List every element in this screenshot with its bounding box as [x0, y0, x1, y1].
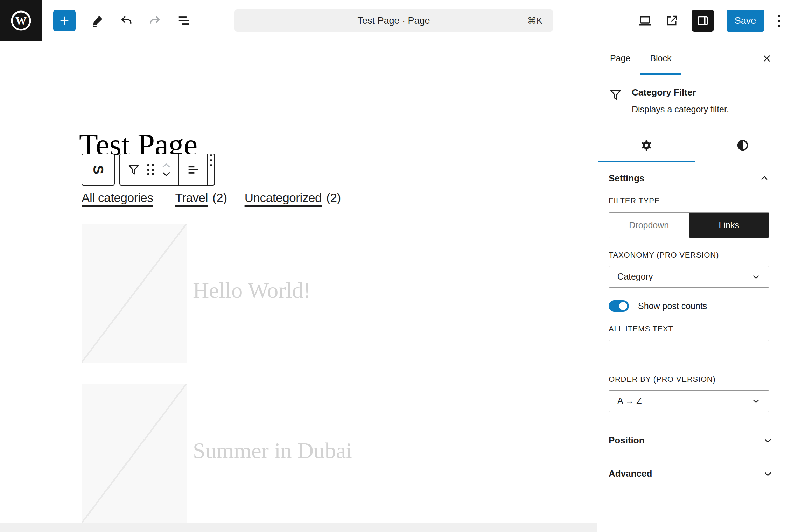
gear-icon [640, 139, 653, 152]
filter-type-option-dropdown[interactable]: Dropdown [609, 213, 689, 238]
kebab-dot [210, 154, 212, 156]
chevron-down-icon [763, 436, 773, 446]
post-title-preview: Summer in Dubai [193, 438, 352, 464]
block-card-description: Displays a category filter. [632, 104, 729, 115]
drag-handle[interactable] [147, 164, 154, 175]
list-view-icon [177, 14, 190, 27]
block-movers [161, 163, 172, 177]
category-link-uncategorized[interactable]: Uncategorized (2) [245, 191, 341, 205]
undo-icon [120, 14, 133, 27]
redo-button[interactable] [148, 14, 162, 27]
inspector-icon-tabs [598, 129, 791, 162]
settings-panel-header[interactable]: Settings [609, 173, 769, 184]
kebab-dot [210, 159, 212, 161]
show-post-counts-toggle[interactable] [609, 300, 629, 312]
select-parent-block-button[interactable]: S [82, 154, 115, 186]
block-card-text: Category Filter Displays a category filt… [632, 87, 729, 115]
toggle-knob [619, 302, 627, 310]
panel-advanced[interactable]: Advanced [598, 457, 791, 490]
category-link-count: (2) [326, 191, 341, 205]
advanced-panel-title: Advanced [609, 468, 652, 479]
kebab-dot [778, 15, 780, 17]
all-items-text-input[interactable] [609, 340, 769, 362]
document-bar[interactable]: Test Page · Page ⌘K [234, 9, 553, 32]
sidebar-tabs: Page Block [598, 42, 791, 75]
preview-button[interactable] [638, 13, 652, 28]
category-link-label[interactable]: All categories [82, 191, 153, 205]
plus-icon [58, 15, 70, 27]
parent-block-icon: S [90, 165, 106, 174]
block-controls-segment [120, 154, 178, 185]
wordpress-logo-button[interactable]: W [0, 0, 42, 41]
block-toolbar: S [82, 154, 215, 186]
all-items-text-label: All items text [609, 324, 769, 334]
block-card: Category Filter Displays a category filt… [598, 75, 791, 129]
document-tools [53, 0, 190, 41]
show-post-counts-row: Show post counts [609, 300, 769, 312]
options-menu-button[interactable] [777, 13, 782, 28]
pencil-icon [91, 14, 104, 27]
move-up-icon[interactable] [161, 163, 172, 168]
align-icon[interactable] [186, 163, 200, 177]
order-by-label: Order by (Pro version) [609, 375, 769, 384]
category-link-count: (2) [212, 191, 227, 205]
show-post-counts-label: Show post counts [638, 301, 707, 311]
block-toolbar-main [119, 154, 215, 186]
wordpress-logo-icon: W [10, 10, 32, 31]
category-link-label[interactable]: Travel [175, 191, 208, 205]
alignment-segment [178, 154, 207, 185]
order-by-selected-value: A → Z [617, 396, 642, 406]
taxonomy-selected-value: Category [617, 272, 653, 282]
devices-icon [638, 13, 652, 28]
edit-tool-button[interactable] [91, 14, 104, 27]
panel-position[interactable]: Position [598, 424, 791, 457]
undo-button[interactable] [120, 14, 133, 27]
chevron-down-icon [751, 272, 761, 281]
close-icon [762, 53, 772, 64]
close-sidebar-button[interactable] [760, 51, 774, 66]
document-bar-title: Test Page · Page [357, 15, 430, 26]
funnel-icon [609, 88, 623, 102]
kebab-dot [778, 20, 780, 22]
settings-sidebar: Page Block Category Filter Displays a ca… [598, 42, 791, 532]
view-page-button[interactable] [665, 14, 679, 28]
settings-panel-title: Settings [609, 173, 645, 184]
chevron-down-icon [763, 469, 773, 479]
editor-top-bar: W [0, 0, 791, 41]
document-overview-button[interactable] [177, 14, 190, 27]
post-thumbnail-placeholder [82, 384, 187, 523]
sidebar-panel-icon [696, 14, 709, 27]
tab-styles[interactable] [695, 129, 791, 162]
settings-sidebar-toggle-button[interactable] [692, 10, 714, 32]
taxonomy-select[interactable]: Category [609, 266, 769, 288]
position-panel-title: Position [609, 435, 645, 446]
header-actions: Save [638, 0, 782, 41]
filter-type-label: Filter Type [609, 196, 769, 205]
tab-page[interactable]: Page [600, 42, 640, 75]
filter-type-toggle-group: Dropdown Links [609, 212, 769, 238]
block-inserter-button[interactable] [53, 10, 76, 31]
external-link-icon [665, 14, 679, 28]
styles-contrast-icon [736, 139, 749, 152]
category-link-label[interactable]: Uncategorized [245, 191, 322, 205]
post-thumbnail-placeholder [82, 224, 187, 363]
filter-type-option-links[interactable]: Links [689, 213, 769, 238]
category-link-all[interactable]: All categories [82, 191, 158, 205]
block-options-button[interactable] [207, 154, 214, 185]
editor-canvas[interactable]: Test Page S [0, 42, 597, 532]
kebab-dot [778, 24, 780, 27]
tab-settings[interactable] [598, 129, 695, 162]
order-by-select[interactable]: A → Z [609, 390, 769, 412]
chevron-down-icon [751, 397, 761, 406]
canvas-background [0, 523, 597, 532]
settings-panel: Settings Filter Type Dropdown Links Taxo… [598, 162, 791, 424]
taxonomy-label: Taxonomy (Pro version) [609, 251, 769, 260]
save-button[interactable]: Save [727, 10, 764, 32]
category-link-travel[interactable]: Travel (2) [175, 191, 227, 205]
command-shortcut: ⌘K [527, 15, 542, 26]
category-filter-block-icon[interactable] [127, 163, 140, 176]
block-card-title: Category Filter [632, 87, 729, 98]
move-down-icon[interactable] [161, 171, 172, 177]
chevron-up-icon [760, 173, 769, 183]
tab-block[interactable]: Block [640, 42, 681, 75]
